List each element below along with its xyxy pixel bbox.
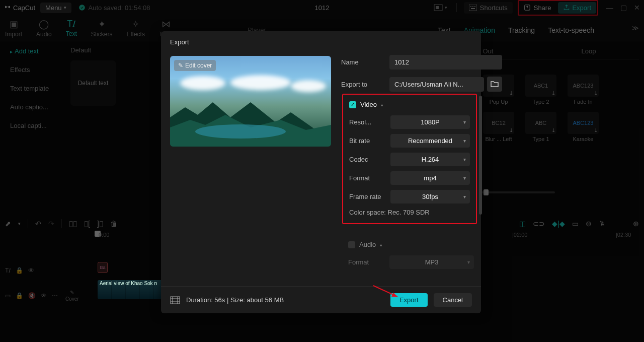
- cover-preview: ✎ Edit cover: [170, 56, 331, 147]
- edit-cover-button[interactable]: ✎ Edit cover: [174, 60, 216, 71]
- audio-section-toggle[interactable]: Audio ▴: [348, 241, 474, 248]
- svg-point-9: [195, 124, 286, 139]
- chevron-down-icon: ▾: [467, 259, 470, 265]
- exportto-input[interactable]: [389, 77, 484, 92]
- video-checkbox[interactable]: ✓: [349, 101, 356, 108]
- name-input[interactable]: [389, 55, 502, 70]
- pencil-icon: ✎: [178, 62, 183, 69]
- chevron-down-icon: ▾: [463, 157, 466, 162]
- audio-format-label: Format: [348, 258, 384, 266]
- bitrate-select[interactable]: Recommended▾: [390, 134, 470, 148]
- resolution-select[interactable]: 1080P▾: [390, 115, 470, 129]
- codec-label: Codec: [349, 156, 385, 163]
- audio-format-select[interactable]: MP3▾: [389, 255, 474, 269]
- format-label: Format: [349, 174, 385, 182]
- export-duration: Duration: 56s | Size: about 56 MB: [186, 296, 284, 304]
- chevron-down-icon: ▾: [463, 138, 466, 144]
- folder-icon: [491, 81, 499, 88]
- svg-rect-10: [171, 297, 180, 304]
- video-settings-highlight: ✓ Video ▴ Resol... 1080P▾ Bit rate Recom…: [342, 94, 477, 224]
- audio-checkbox[interactable]: [348, 241, 355, 248]
- format-select[interactable]: mp4▾: [390, 171, 470, 185]
- chevron-up-icon: ▴: [380, 242, 382, 247]
- chevron-down-icon: ▾: [463, 175, 466, 181]
- codec-select[interactable]: H.264▾: [390, 153, 470, 166]
- framerate-select[interactable]: 30fps▾: [390, 190, 470, 203]
- export-confirm-button[interactable]: Export: [390, 293, 428, 307]
- export-cancel-button[interactable]: Cancel: [434, 293, 472, 307]
- film-icon: [170, 296, 180, 304]
- video-scrollbar[interactable]: [479, 96, 482, 215]
- bitrate-label: Bit rate: [349, 137, 385, 145]
- name-label: Name: [341, 58, 384, 66]
- modal-title: Export: [161, 31, 481, 53]
- browse-folder-button[interactable]: [487, 77, 502, 92]
- colorspace-text: Color space: Rec. 709 SDR: [349, 209, 470, 216]
- video-section-toggle[interactable]: ✓ Video ▴: [349, 101, 470, 108]
- chevron-up-icon: ▴: [381, 102, 383, 107]
- resolution-label: Resol...: [349, 118, 385, 126]
- exportto-label: Export to: [341, 81, 384, 88]
- framerate-label: Frame rate: [349, 193, 385, 200]
- mountain-illustration: [170, 92, 331, 147]
- chevron-down-icon: ▾: [463, 194, 466, 199]
- chevron-down-icon: ▾: [463, 119, 466, 125]
